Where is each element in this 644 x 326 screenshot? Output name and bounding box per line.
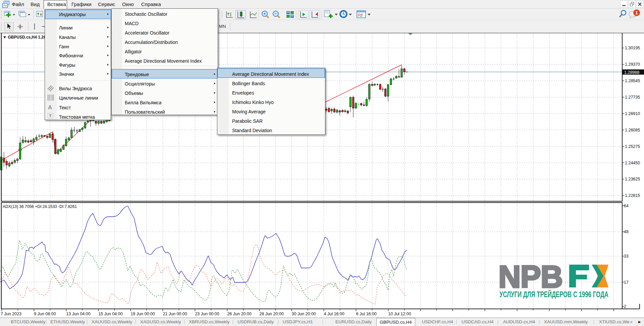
svg-text:17: 17 [624,280,629,285]
svg-text:NPB: NPB [498,260,562,294]
svg-text:ADX(13) 36.7056 +DI:24.1533 -D: ADX(13) 36.7056 +DI:24.1533 -DI:7.8261 [3,204,77,209]
svg-text:1.22815: 1.22815 [625,193,640,198]
svg-text:1.25275: 1.25275 [625,144,640,149]
svg-text:1.26910: 1.26910 [625,111,640,116]
svg-text:1.30195: 1.30195 [625,46,640,50]
svg-text:1.26085: 1.26085 [625,128,640,132]
svg-text:1: 1 [635,10,638,15]
svg-text:21 Jun 00:00: 21 Jun 00:00 [163,312,187,316]
svg-text:15 Jun 04:00: 15 Jun 04:00 [98,312,122,316]
svg-text:28 Jun 20:00: 28 Jun 20:00 [260,312,284,316]
svg-text:▼ GBPUSD.cs,H4 1.28: ▼ GBPUSD.cs,H4 1.28 [3,35,46,40]
svg-text:2: 2 [624,304,626,309]
svg-text:13 Jun 04:00: 13 Jun 04:00 [66,312,90,316]
svg-text:1.28988: 1.28988 [624,70,639,75]
svg-text:23 Jun 00:00: 23 Jun 00:00 [195,312,219,316]
svg-text:48: 48 [624,229,629,234]
svg-text:6 Jul 16:00: 6 Jul 16:00 [356,312,377,316]
svg-text:1.29370: 1.29370 [625,62,640,67]
svg-text:УСЛУГИ ДЛЯ ТРЕЙДЕРОВ С 1996 ГО: УСЛУГИ ДЛЯ ТРЕЙДЕРОВ С 1996 ГОДА [499,290,608,299]
svg-text:1.23625: 1.23625 [625,177,640,181]
svg-text:1.28545: 1.28545 [625,78,640,83]
svg-text:A: A [48,104,52,111]
svg-text:19 Jun 00:00: 19 Jun 00:00 [130,312,155,316]
svg-text:1.24450: 1.24450 [625,161,640,165]
svg-text:4 Jul 16:00: 4 Jul 16:00 [324,312,344,316]
svg-text:1.27735: 1.27735 [625,95,640,100]
svg-text:30 Jun 20:00: 30 Jun 20:00 [292,312,316,316]
svg-text:26 Jun 20:00: 26 Jun 20:00 [227,312,251,316]
svg-text:10 Jul 12:00: 10 Jul 12:00 [388,312,411,316]
svg-text:7 Jun 2023: 7 Jun 2023 [1,312,21,316]
svg-text:T: T [49,114,52,118]
svg-text:64: 64 [624,204,629,208]
svg-text:33: 33 [624,254,629,259]
svg-text:9 Jun 08:00: 9 Jun 08:00 [34,312,56,316]
